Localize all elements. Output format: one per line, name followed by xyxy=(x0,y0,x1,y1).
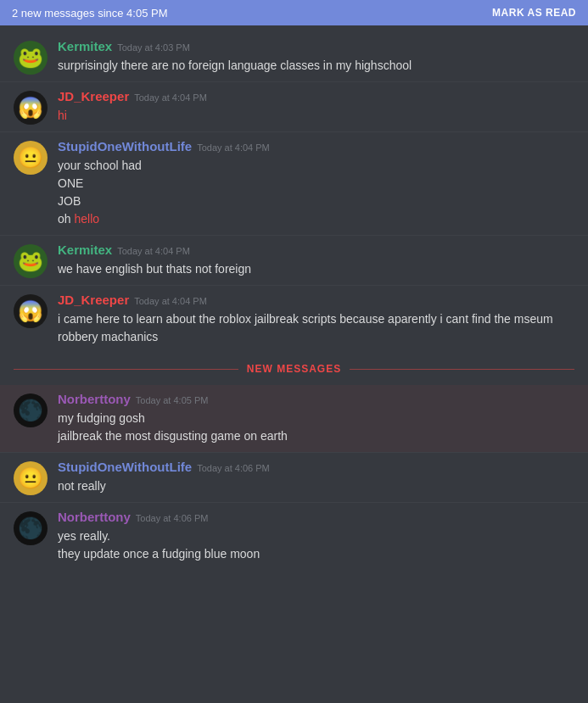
timestamp: Today at 4:04 PM xyxy=(117,246,190,256)
avatar: 🐸 xyxy=(14,244,48,278)
timestamp: Today at 4:06 PM xyxy=(197,463,270,473)
message-line: yes really. xyxy=(58,527,574,545)
mark-as-read-button[interactable]: MARK AS READ xyxy=(492,7,576,19)
divider-line-left xyxy=(14,369,238,370)
message-line: my fudging gosh xyxy=(58,410,574,427)
message-group: 😱JD_KreeperToday at 4:04 PMi came here t… xyxy=(0,285,588,353)
avatar: 😱 xyxy=(14,91,48,125)
message-line: surprisingly there are no foreign langua… xyxy=(58,57,574,75)
message-line: oh hello xyxy=(58,210,574,228)
notification-text: 2 new messages since 4:05 PM xyxy=(12,7,168,20)
message-content: KermitexToday at 4:03 PMsurprisingly the… xyxy=(58,39,574,75)
message-content: JD_KreeperToday at 4:04 PMhi xyxy=(58,89,574,125)
message-line: i came here to learn about the roblox ja… xyxy=(58,310,574,346)
username: StupidOneWithoutLife xyxy=(58,139,192,153)
avatar: 🌑 xyxy=(14,511,48,545)
message-line: not really xyxy=(58,477,574,495)
avatar: 😐 xyxy=(14,461,48,495)
username: JD_Kreeper xyxy=(58,293,129,307)
message-header: KermitexToday at 4:03 PM xyxy=(58,39,574,53)
notification-bar: 2 new messages since 4:05 PM MARK AS REA… xyxy=(0,0,588,25)
username: Kermitex xyxy=(58,243,112,257)
timestamp: Today at 4:06 PM xyxy=(136,513,209,523)
message-header: JD_KreeperToday at 4:04 PM xyxy=(58,293,574,307)
message-content: StupidOneWithoutLifeToday at 4:06 PMnot … xyxy=(58,460,574,495)
message-content: JD_KreeperToday at 4:04 PMi came here to… xyxy=(58,293,574,346)
message-line: they update once a fudging blue moon xyxy=(58,545,574,563)
timestamp: Today at 4:04 PM xyxy=(134,92,207,103)
messages-container: 🐸KermitexToday at 4:03 PMsurprisingly th… xyxy=(0,25,588,577)
message-group: 🐸KermitexToday at 4:04 PMwe have english… xyxy=(0,235,588,285)
message-line: your school had xyxy=(58,157,574,175)
message-header: NorberttonyToday at 4:06 PM xyxy=(58,510,574,524)
message-header: KermitexToday at 4:04 PM xyxy=(58,243,574,257)
message-content: StupidOneWithoutLifeToday at 4:04 PMyour… xyxy=(58,139,574,228)
message-group: 😱JD_KreeperToday at 4:04 PMhi xyxy=(0,81,588,131)
avatar: 🐸 xyxy=(14,41,48,75)
message-group: 😐StupidOneWithoutLifeToday at 4:06 PMnot… xyxy=(0,452,588,502)
username: JD_Kreeper xyxy=(58,89,129,103)
message-line: hi xyxy=(58,107,574,125)
message-line: JOB xyxy=(58,192,574,210)
message-group: 🐸KermitexToday at 4:03 PMsurprisingly th… xyxy=(0,32,588,81)
avatar: 😐 xyxy=(14,141,48,175)
username: StupidOneWithoutLife xyxy=(58,460,192,474)
message-line: ONE xyxy=(58,175,574,192)
message-content: NorberttonyToday at 4:05 PMmy fudging go… xyxy=(58,392,574,445)
message-header: NorberttonyToday at 4:05 PM xyxy=(58,392,574,406)
new-messages-divider: NEW MESSAGES xyxy=(0,356,588,382)
new-messages-label: NEW MESSAGES xyxy=(238,363,350,375)
message-line: we have english but thats not foreign xyxy=(58,260,574,278)
message-content: KermitexToday at 4:04 PMwe have english … xyxy=(58,243,574,278)
username: Kermitex xyxy=(58,39,112,53)
message-group: 🌑NorberttonyToday at 4:05 PMmy fudging g… xyxy=(0,385,588,452)
avatar: 😱 xyxy=(14,294,48,328)
message-group: 😐StupidOneWithoutLifeToday at 4:04 PMyou… xyxy=(0,131,588,235)
message-header: StupidOneWithoutLifeToday at 4:04 PM xyxy=(58,139,574,153)
message-header: StupidOneWithoutLifeToday at 4:06 PM xyxy=(58,460,574,474)
username: Norberttony xyxy=(58,510,131,524)
username: Norberttony xyxy=(58,392,131,406)
divider-line-right xyxy=(350,369,574,370)
message-header: JD_KreeperToday at 4:04 PM xyxy=(58,89,574,103)
timestamp: Today at 4:05 PM xyxy=(136,395,209,405)
message-group: 🌑NorberttonyToday at 4:06 PMyes really.t… xyxy=(0,502,588,570)
avatar: 🌑 xyxy=(14,393,48,427)
message-line: jailbreak the most disgusting game on ea… xyxy=(58,427,574,445)
timestamp: Today at 4:04 PM xyxy=(134,296,207,306)
timestamp: Today at 4:03 PM xyxy=(117,42,190,53)
message-content: NorberttonyToday at 4:06 PMyes really.th… xyxy=(58,510,574,563)
timestamp: Today at 4:04 PM xyxy=(197,142,270,153)
